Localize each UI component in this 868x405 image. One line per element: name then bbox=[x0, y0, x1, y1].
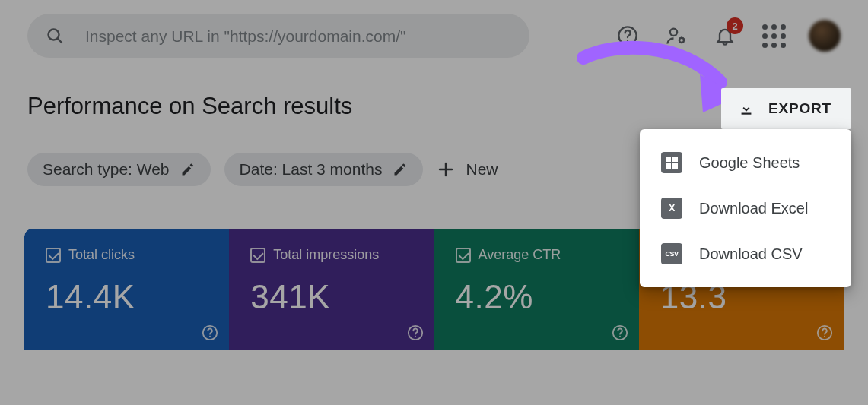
plus-icon bbox=[437, 160, 455, 179]
chip-label: Search type: Web bbox=[43, 160, 170, 179]
page-title: Performance on Search results bbox=[27, 93, 841, 120]
download-icon bbox=[738, 100, 755, 117]
excel-icon: X bbox=[661, 198, 682, 219]
new-filter-label: New bbox=[466, 160, 498, 179]
checkbox-icon bbox=[250, 248, 265, 263]
metric-card-impressions[interactable]: Total impressions 341K bbox=[229, 229, 434, 350]
svg-point-15 bbox=[824, 336, 825, 337]
chip-label: Date: Last 3 months bbox=[240, 160, 383, 179]
users-settings-icon[interactable] bbox=[663, 22, 690, 49]
filter-chip-search-type[interactable]: Search type: Web bbox=[27, 153, 211, 186]
metric-label: Total impressions bbox=[273, 247, 379, 263]
svg-line-1 bbox=[58, 39, 62, 43]
checkbox-icon bbox=[46, 248, 61, 263]
svg-rect-16 bbox=[742, 113, 752, 115]
svg-point-9 bbox=[209, 336, 211, 337]
export-download-excel[interactable]: X Download Excel bbox=[640, 185, 851, 231]
export-button[interactable]: EXPORT bbox=[721, 88, 851, 129]
checkbox-icon bbox=[456, 248, 471, 263]
metric-card-ctr[interactable]: Average CTR 4.2% bbox=[434, 229, 639, 350]
svg-point-3 bbox=[627, 40, 628, 41]
search-placeholder: Inspect any URL in "https://yourdomain.c… bbox=[85, 28, 406, 44]
add-filter-button[interactable]: New bbox=[437, 160, 498, 179]
help-icon[interactable] bbox=[614, 22, 641, 49]
export-download-csv[interactable]: CSV Download CSV bbox=[640, 231, 851, 277]
export-button-label: EXPORT bbox=[768, 100, 831, 117]
notifications-icon[interactable]: 2 bbox=[711, 22, 739, 49]
export-google-sheets[interactable]: Google Sheets bbox=[640, 140, 851, 185]
svg-point-4 bbox=[670, 29, 677, 36]
svg-point-11 bbox=[415, 336, 416, 337]
menu-item-label: Download CSV bbox=[699, 245, 803, 263]
menu-item-label: Download Excel bbox=[699, 200, 808, 217]
search-icon bbox=[46, 27, 64, 45]
apps-grid-icon[interactable] bbox=[760, 22, 787, 49]
metric-value: 341K bbox=[250, 278, 417, 316]
menu-item-label: Google Sheets bbox=[699, 154, 800, 172]
help-icon[interactable] bbox=[612, 324, 628, 341]
export-area: EXPORT Google Sheets X Download Excel CS… bbox=[721, 88, 851, 129]
svg-point-13 bbox=[619, 336, 621, 337]
help-icon[interactable] bbox=[816, 324, 833, 341]
notification-badge: 2 bbox=[727, 17, 743, 34]
metric-value: 14.4K bbox=[46, 278, 212, 316]
export-menu: Google Sheets X Download Excel CSV Downl… bbox=[640, 129, 851, 287]
metric-label: Average CTR bbox=[479, 247, 561, 263]
metric-value: 4.2% bbox=[456, 278, 622, 316]
metric-label: Total clicks bbox=[68, 247, 135, 263]
top-bar: Inspect any URL in "https://yourdomain.c… bbox=[0, 0, 868, 71]
avatar[interactable] bbox=[809, 20, 841, 52]
pencil-icon bbox=[393, 162, 408, 177]
svg-point-5 bbox=[679, 38, 684, 43]
csv-icon: CSV bbox=[661, 243, 682, 264]
help-icon[interactable] bbox=[407, 324, 424, 341]
sheets-icon bbox=[661, 152, 682, 173]
filter-chip-date[interactable]: Date: Last 3 months bbox=[224, 153, 424, 186]
metric-card-clicks[interactable]: Total clicks 14.4K bbox=[24, 229, 229, 350]
url-inspect-search[interactable]: Inspect any URL in "https://yourdomain.c… bbox=[27, 14, 529, 58]
help-icon[interactable] bbox=[202, 324, 218, 341]
pencil-icon bbox=[180, 162, 196, 177]
